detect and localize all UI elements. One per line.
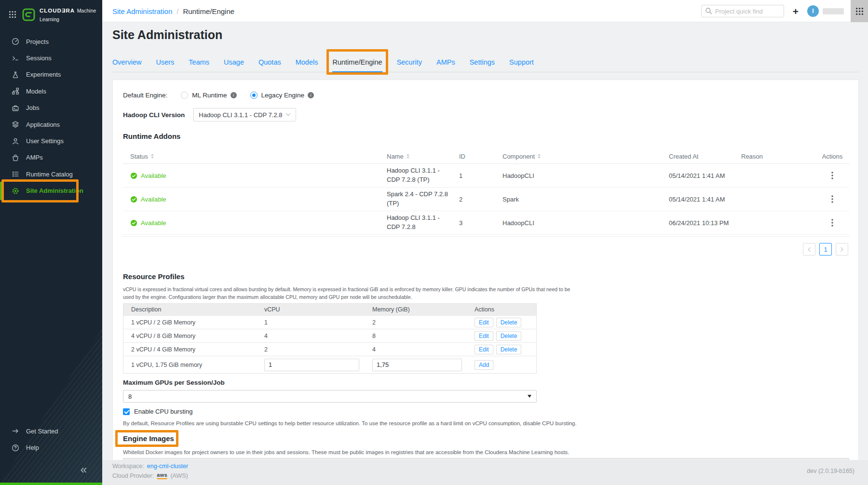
sidebar-item-label: Site Administration <box>26 187 83 194</box>
avatar[interactable]: I <box>807 5 819 17</box>
sidebar-item-applications[interactable]: Applications <box>0 116 102 133</box>
table-header-row: Status Name ID Component Created At Reas… <box>123 149 849 164</box>
bag-icon <box>12 154 19 162</box>
delete-button[interactable]: Delete <box>496 331 522 341</box>
column-header-created-at: Created At <box>666 149 738 163</box>
tab-security[interactable]: Security <box>397 58 422 66</box>
tab-quotas[interactable]: Quotas <box>258 58 281 66</box>
status-badge: Available <box>141 196 166 203</box>
status-cell: Available <box>123 164 384 187</box>
tab-users[interactable]: Users <box>156 58 174 66</box>
addon-created-at: 06/24/2021 10:13 PM <box>666 211 738 234</box>
max-gpus-select[interactable]: 8 <box>123 390 537 403</box>
tab-models[interactable]: Models <box>296 58 318 66</box>
sidebar-item-experiments[interactable]: Experiments <box>0 67 102 83</box>
topbar: Site Administration / Runtime/Engine + I <box>102 0 868 22</box>
pagination: 1 <box>799 243 848 256</box>
memory-input[interactable] <box>372 359 462 371</box>
table-bottom-divider <box>123 236 849 237</box>
search-icon <box>705 7 712 14</box>
ml-runtime-radio[interactable] <box>181 92 188 99</box>
column-header-reason: Reason <box>738 149 815 163</box>
info-icon[interactable]: i <box>308 92 314 98</box>
edit-button[interactable]: Edit <box>475 331 493 341</box>
engine-images-title-text: Engine Images <box>123 434 174 443</box>
ml-runtime-label: ML Runtime <box>192 92 227 99</box>
grid-icon <box>855 7 864 15</box>
default-engine-row: Default Engine: ML Runtime i Legacy Engi… <box>123 88 314 102</box>
sidebar-item-amps[interactable]: AMPs <box>0 149 102 166</box>
edit-button[interactable]: Edit <box>475 318 493 327</box>
tab-support[interactable]: Support <box>509 58 534 66</box>
sidebar-item-site-administration[interactable]: Site Administration <box>0 183 102 199</box>
tab-overview[interactable]: Overview <box>112 58 141 66</box>
tab-runtime-engine[interactable]: Runtime/Engine <box>332 58 382 66</box>
profile-memory: 8 <box>369 329 472 342</box>
workspace-label: Workspace: <box>112 463 144 470</box>
legacy-engine-label: Legacy Engine <box>261 92 304 99</box>
sidebar-decoration <box>0 328 102 483</box>
runtime-addon-row: Available Hadoop CLI 3.1.1 - CDP 7.2.8 3… <box>123 211 849 235</box>
pagination-page-button[interactable]: 1 <box>819 243 832 256</box>
sidebar-item-user-settings[interactable]: User Settings <box>0 133 102 149</box>
new-resource-profile-row: 1 vCPU, 1.75 GiB memory Add <box>123 356 536 373</box>
app-switcher-button[interactable] <box>851 0 868 22</box>
sidebar-item-help[interactable]: Help <box>0 439 102 456</box>
sidebar-item-get-started[interactable]: Get Started <box>0 423 102 439</box>
terminal-icon <box>12 54 19 62</box>
column-header-name[interactable]: Name <box>384 149 456 163</box>
check-circle-icon <box>130 196 137 203</box>
column-header-component[interactable]: Component <box>500 149 666 163</box>
pagination-prev-button[interactable] <box>803 243 815 256</box>
addon-id: 3 <box>456 211 500 234</box>
engine-images-description: Whitelist Docker images for project owne… <box>123 449 569 455</box>
page-title: Site Administration <box>112 28 222 42</box>
vcpu-input[interactable] <box>264 359 359 371</box>
row-actions-menu-icon[interactable] <box>828 218 836 228</box>
plus-icon[interactable]: + <box>793 6 799 16</box>
sidebar-collapse-icon[interactable]: « <box>81 463 87 476</box>
app-grid-icon[interactable] <box>9 11 16 18</box>
main-area: Site Administration / Runtime/Engine + I… <box>102 0 868 485</box>
column-header-status[interactable]: Status <box>123 149 384 163</box>
sidebar-item-models[interactable]: Models <box>0 83 102 99</box>
add-button[interactable]: Add <box>475 360 493 370</box>
sidebar-item-runtime-catalog[interactable]: Runtime Catalog <box>0 166 102 182</box>
sidebar-nav: Projects Sessions Experiments Models Job… <box>0 33 102 199</box>
sidebar-item-sessions[interactable]: Sessions <box>0 50 102 66</box>
info-icon[interactable]: i <box>231 92 237 98</box>
hadoop-cli-label: Hadoop CLI Version <box>123 111 185 119</box>
version-text: dev (2.0.19-b165) <box>807 468 854 474</box>
hadoop-cli-select[interactable]: Hadoop CLI 3.1.1 - CDP 7.2.8 <box>193 108 296 121</box>
breadcrumb-parent-link[interactable]: Site Administration <box>112 7 172 15</box>
sidebar-item-projects[interactable]: Projects <box>0 33 102 50</box>
cpu-bursting-checkbox[interactable] <box>123 408 130 415</box>
profile-description: 4 vCPU / 8 GiB Memory <box>123 329 261 342</box>
sidebar-item-jobs[interactable]: Jobs <box>0 100 102 116</box>
workspace-link[interactable]: eng-cml-cluster <box>147 463 188 470</box>
addon-reason <box>738 164 815 187</box>
addon-name: Hadoop CLI 3.1.1 - CDP 7.2.8 (TP) <box>384 164 456 187</box>
tab-teams[interactable]: Teams <box>189 58 209 66</box>
profile-description: 1 vCPU / 2 GiB Memory <box>123 316 261 329</box>
arrow-right-icon <box>12 427 19 435</box>
delete-button[interactable]: Delete <box>496 318 522 327</box>
legacy-engine-radio[interactable] <box>250 92 258 99</box>
engine-images-title: Engine Images <box>123 434 174 443</box>
row-actions-menu-icon[interactable] <box>828 171 836 180</box>
tab-settings[interactable]: Settings <box>470 58 495 66</box>
delete-button[interactable]: Delete <box>496 345 522 354</box>
edit-button[interactable]: Edit <box>475 345 493 354</box>
addon-id: 1 <box>456 164 500 187</box>
profile-vcpu: 1 <box>261 316 369 329</box>
tab-usage[interactable]: Usage <box>224 58 244 66</box>
status-badge: Available <box>141 219 166 227</box>
sidebar-item-label: Jobs <box>26 104 39 111</box>
row-actions-menu-icon[interactable] <box>828 194 836 204</box>
search-input[interactable] <box>701 5 784 17</box>
tab-amps[interactable]: AMPs <box>436 58 455 66</box>
sidebar-item-label: Sessions <box>26 54 52 62</box>
sidebar: CLOUDƎRA Machine Learning Projects Sessi… <box>0 0 102 485</box>
pagination-next-button[interactable] <box>836 243 848 256</box>
cloudera-logo-icon[interactable] <box>22 8 35 21</box>
